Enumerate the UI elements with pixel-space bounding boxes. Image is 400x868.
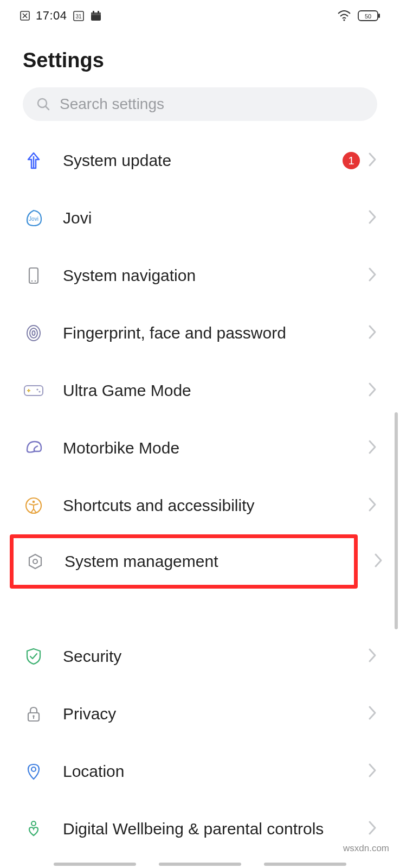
status-right: 50	[337, 10, 380, 22]
item-label: Ultra Game Mode	[63, 381, 349, 400]
svg-point-15	[31, 280, 33, 282]
chevron-right-icon	[367, 266, 377, 285]
item-label: Digital Wellbeing & parental controls	[63, 820, 349, 838]
status-left: 17:04 31	[20, 9, 102, 23]
search-icon	[36, 97, 51, 112]
item-system-management[interactable]: System management	[10, 534, 358, 589]
chevron-right-icon	[367, 496, 377, 515]
svg-point-22	[38, 391, 40, 392]
nav-seg[interactable]	[264, 863, 346, 866]
chevron-right-icon	[367, 381, 377, 400]
wifi-icon	[337, 10, 351, 21]
item-location[interactable]: Location	[0, 743, 400, 800]
svg-rect-4	[91, 12, 101, 15]
notification-badge: 1	[343, 152, 360, 169]
chevron-right-icon	[367, 647, 377, 666]
svg-rect-14	[29, 268, 38, 283]
fingerprint-icon	[23, 322, 44, 344]
item-privacy[interactable]: Privacy	[0, 685, 400, 743]
item-label: Shortcuts and accessibility	[63, 496, 349, 515]
helmet-icon	[23, 437, 44, 459]
svg-point-21	[36, 388, 38, 390]
nav-seg[interactable]	[159, 863, 241, 866]
group-gap	[0, 589, 400, 628]
search-placeholder: Search settings	[60, 95, 164, 113]
sim-off-icon	[20, 10, 30, 21]
gamepad-icon	[23, 380, 44, 401]
svg-point-7	[343, 19, 345, 21]
item-system-update[interactable]: System update 1	[0, 132, 400, 189]
item-label: Jovi	[63, 209, 349, 227]
lock-icon	[23, 703, 44, 725]
hexnut-icon	[24, 551, 46, 572]
watermark: wsxdn.com	[343, 843, 389, 854]
chevron-right-icon	[367, 209, 377, 227]
item-label: System navigation	[63, 266, 349, 285]
chevron-right-icon	[367, 705, 377, 723]
svg-point-31	[31, 821, 36, 826]
heart-person-icon	[23, 818, 44, 840]
svg-point-19	[33, 331, 35, 335]
svg-text:50: 50	[365, 12, 371, 19]
svg-text:Jovi: Jovi	[29, 216, 38, 222]
item-motorbike[interactable]: Motorbike Mode	[0, 419, 400, 477]
status-bar: 17:04 31 50	[0, 0, 400, 27]
chevron-right-icon	[367, 324, 377, 342]
svg-rect-5	[93, 11, 94, 14]
item-label: System management	[64, 552, 354, 571]
svg-marker-25	[29, 554, 41, 569]
item-label: Motorbike Mode	[63, 439, 349, 457]
status-time: 17:04	[36, 9, 67, 23]
nav-bar	[0, 863, 400, 866]
item-label: Fingerprint, face and password	[63, 324, 349, 342]
svg-point-24	[33, 501, 35, 503]
search-input[interactable]: Search settings	[23, 87, 377, 121]
svg-rect-9	[378, 14, 380, 18]
settings-list: System update 1 Jovi Jovi System navigat…	[0, 132, 400, 858]
item-label: Location	[63, 762, 349, 781]
item-shortcuts[interactable]: Shortcuts and accessibility	[0, 477, 400, 534]
item-fingerprint[interactable]: Fingerprint, face and password	[0, 304, 400, 362]
chevron-right-icon	[367, 762, 377, 781]
item-label: Security	[63, 647, 349, 666]
item-trail: 1	[343, 151, 377, 170]
item-label: System update	[63, 151, 324, 170]
item-ultra-game[interactable]: Ultra Game Mode	[0, 362, 400, 419]
item-wellbeing[interactable]: Digital Wellbeing & parental controls	[0, 800, 400, 858]
chevron-right-icon	[367, 820, 377, 838]
page-title: Settings	[0, 27, 400, 87]
svg-point-26	[33, 559, 37, 564]
chevron-right-icon	[367, 439, 377, 457]
phone-icon	[23, 265, 44, 286]
svg-line-12	[46, 106, 49, 110]
battery-icon: 50	[358, 10, 380, 22]
jovi-icon: Jovi	[23, 207, 44, 229]
item-system-navigation[interactable]: System navigation	[0, 247, 400, 304]
nav-seg[interactable]	[54, 863, 136, 866]
shield-icon	[23, 646, 44, 667]
chevron-right-icon	[367, 151, 377, 170]
item-security[interactable]: Security	[0, 628, 400, 685]
svg-point-16	[35, 280, 36, 282]
accessibility-icon	[23, 495, 44, 516]
calendar-dark-icon	[90, 10, 102, 22]
svg-point-18	[30, 328, 37, 338]
chevron-right-icon	[373, 552, 383, 571]
pin-icon	[23, 761, 44, 782]
scrollbar-thumb[interactable]	[395, 412, 398, 629]
item-label: Privacy	[63, 705, 349, 723]
svg-text:31: 31	[75, 14, 82, 20]
item-jovi[interactable]: Jovi Jovi	[0, 189, 400, 247]
svg-rect-6	[98, 11, 99, 14]
calendar-icon: 31	[73, 10, 85, 22]
svg-point-30	[31, 767, 36, 771]
arrow-up-icon	[23, 150, 44, 171]
